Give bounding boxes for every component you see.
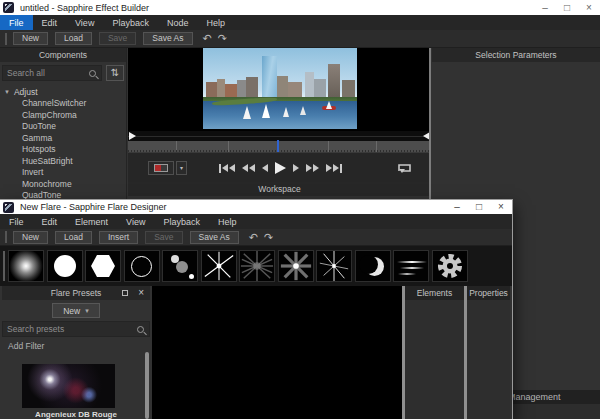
properties-header[interactable]: Properties <box>467 286 510 300</box>
thumb-circle[interactable] <box>47 250 83 282</box>
tree-item[interactable]: Monochrome <box>0 179 127 191</box>
thumb-spike-star[interactable] <box>316 250 352 282</box>
skip-to-end-button[interactable] <box>326 164 342 173</box>
new-button[interactable]: New <box>13 32 48 45</box>
management-header[interactable]: Management <box>512 390 600 404</box>
dialog-menu-file[interactable]: File <box>0 214 33 229</box>
dialog-logo-icon <box>3 202 14 213</box>
undo-icon[interactable]: ↶ <box>203 33 212 44</box>
tree-item[interactable]: Invert <box>0 167 127 179</box>
load-button[interactable]: Load <box>55 32 92 45</box>
elements-panel: Elements <box>405 286 464 419</box>
components-search[interactable] <box>2 65 102 81</box>
menu-node[interactable]: Node <box>158 15 198 30</box>
loop-button[interactable] <box>395 161 413 175</box>
dialog-menu-playback[interactable]: Playback <box>154 214 209 229</box>
range-start-handle[interactable] <box>129 132 136 140</box>
menu-file[interactable]: File <box>0 15 33 30</box>
thumb-settings-gear[interactable] <box>432 250 468 282</box>
dialog-menubar: File Edit Element View Playback Help <box>0 214 512 229</box>
center-scrollbar[interactable] <box>429 48 431 200</box>
presets-scrollbar[interactable] <box>145 352 149 419</box>
app-menubar: File Edit View Playback Node Help <box>0 15 600 30</box>
preset-search-input[interactable] <box>3 324 135 334</box>
dialog-minimize-button[interactable]: – <box>446 200 468 214</box>
thumb-soft-star[interactable] <box>278 250 314 282</box>
dialog-save-button: Save <box>145 231 182 244</box>
menu-edit[interactable]: Edit <box>33 15 67 30</box>
tree-item[interactable]: Hotspots <box>0 144 127 156</box>
preset-new-dropdown[interactable]: New ▾ <box>52 303 100 318</box>
tree-item[interactable]: DuoTone <box>0 121 127 133</box>
dialog-menu-element[interactable]: Element <box>66 214 117 229</box>
fast-forward-button[interactable] <box>306 164 319 172</box>
dialog-maximize-button[interactable]: □ <box>468 200 490 214</box>
timeline-range-row <box>128 131 431 141</box>
close-button[interactable]: × <box>578 1 600 15</box>
minimize-button[interactable]: – <box>534 1 556 15</box>
workspace-header[interactable]: Workspace <box>128 182 431 196</box>
thumb-star[interactable] <box>201 250 237 282</box>
tree-item[interactable]: ChannelSwitcher <box>0 98 127 110</box>
save-as-button[interactable]: Save As <box>143 32 192 45</box>
dialog-menu-view[interactable]: View <box>117 214 154 229</box>
element-thumbnail-strip <box>0 246 512 286</box>
sort-button[interactable]: ⇅ <box>106 65 124 81</box>
strip-grip[interactable] <box>3 251 5 281</box>
elements-header[interactable]: Elements <box>405 286 464 300</box>
dialog-load-button[interactable]: Load <box>55 231 92 244</box>
selection-parameters-header[interactable]: Selection Parameters <box>432 48 600 62</box>
thumb-crescent[interactable] <box>355 250 391 282</box>
skip-to-start-button[interactable] <box>219 164 235 173</box>
chevron-down-icon: ▾ <box>85 307 89 315</box>
rewind-button[interactable] <box>242 164 255 172</box>
step-back-button[interactable] <box>262 164 268 172</box>
thumb-streaks[interactable] <box>393 250 429 282</box>
thumb-rays[interactable] <box>239 250 275 282</box>
maximize-button[interactable]: □ <box>556 1 578 15</box>
thumb-ring[interactable] <box>124 250 160 282</box>
thumb-glow[interactable] <box>8 250 44 282</box>
dialog-new-button[interactable]: New <box>13 231 48 244</box>
tree-item[interactable]: HueSatBright <box>0 156 127 168</box>
preset-name[interactable]: Angenieux DB Rouge <box>2 410 150 419</box>
thumb-dots[interactable] <box>162 250 198 282</box>
render-preview-icon <box>154 164 168 172</box>
preview-image <box>203 48 357 129</box>
panel-close-icon[interactable]: × <box>138 286 144 300</box>
menu-playback[interactable]: Playback <box>103 15 158 30</box>
redo-icon[interactable]: ↷ <box>218 33 227 44</box>
dialog-menu-help[interactable]: Help <box>209 214 246 229</box>
components-search-input[interactable] <box>3 68 87 78</box>
menu-view[interactable]: View <box>66 15 103 30</box>
float-panel-icon[interactable] <box>122 290 128 296</box>
expander-icon[interactable]: ▼ <box>4 89 10 95</box>
dialog-toolbar-grip[interactable] <box>5 231 7 243</box>
flare-preview-canvas[interactable] <box>152 286 402 419</box>
step-forward-button[interactable] <box>293 164 299 172</box>
tree-group-adjust[interactable]: ▼Adjust <box>0 86 127 98</box>
preview-mode-dropdown[interactable]: ▾ <box>176 161 187 175</box>
render-preview-button[interactable] <box>148 161 174 175</box>
timeline-ruler[interactable] <box>128 141 431 152</box>
toolbar-grip[interactable] <box>5 33 7 45</box>
play-button[interactable] <box>275 162 286 174</box>
dialog-insert-button[interactable]: Insert <box>99 231 138 244</box>
transport-controls <box>218 153 343 183</box>
preset-search[interactable] <box>2 321 150 337</box>
preset-thumbnail[interactable] <box>22 364 115 408</box>
dialog-save-as-button[interactable]: Save As <box>190 231 239 244</box>
properties-panel: Properties <box>467 286 510 419</box>
app-window-title: untitled - Sapphire Effect Builder <box>20 3 149 13</box>
dialog-titlebar: New Flare - Sapphire Flare Designer – □ … <box>0 200 512 214</box>
add-filter-link[interactable]: Add Filter <box>8 341 44 351</box>
thumb-hexagon[interactable] <box>85 250 121 282</box>
dialog-menu-edit[interactable]: Edit <box>33 214 67 229</box>
dialog-close-button[interactable]: × <box>490 200 512 214</box>
tree-item[interactable]: ClampChroma <box>0 110 127 122</box>
menu-help[interactable]: Help <box>197 15 234 30</box>
dialog-redo-icon[interactable]: ↷ <box>264 232 273 243</box>
components-header: Components <box>0 48 126 62</box>
dialog-undo-icon[interactable]: ↶ <box>249 232 258 243</box>
tree-item[interactable]: Gamma <box>0 133 127 145</box>
